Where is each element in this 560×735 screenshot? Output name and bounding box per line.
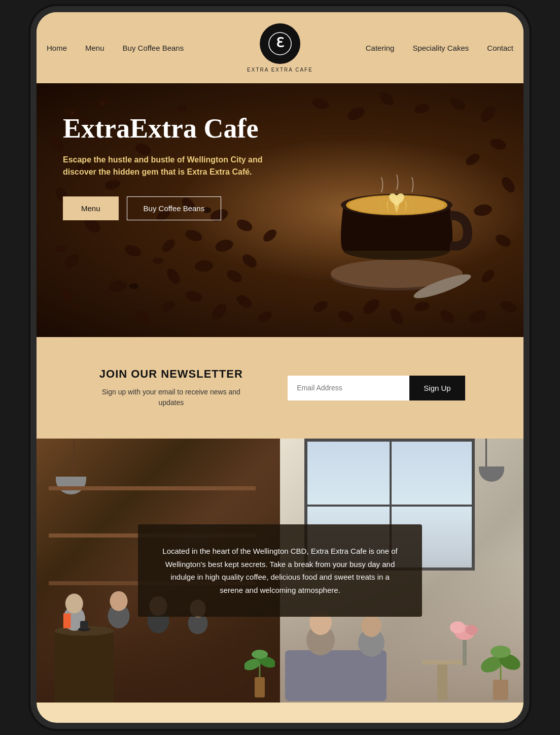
svg-point-47: [464, 151, 482, 168]
menu-button[interactable]: Menu: [63, 196, 119, 220]
svg-point-31: [160, 237, 177, 254]
svg-point-59: [312, 299, 330, 315]
nav-contact[interactable]: Contact: [487, 44, 513, 52]
svg-point-58: [336, 309, 355, 325]
hero-title: ExtraExtra Cafe: [63, 114, 276, 144]
nav-right: Catering Speciality Cakes Contact: [366, 44, 513, 52]
svg-point-34: [240, 252, 259, 270]
svg-rect-92: [493, 680, 508, 700]
svg-point-96: [491, 646, 511, 658]
signup-button[interactable]: Sign Up: [409, 376, 465, 400]
svg-point-24: [184, 289, 203, 304]
svg-point-42: [377, 89, 396, 108]
newsletter-title: JOIN OUR NEWSLETTER: [95, 368, 247, 381]
lamp-shade-left: [56, 477, 86, 494]
svg-rect-81: [285, 650, 387, 701]
newsletter-left: JOIN OUR NEWSLETTER Sign up with your em…: [95, 368, 247, 408]
svg-point-33: [214, 238, 234, 254]
logo[interactable]: Ɛ EXTRA EXTRA CAFE: [247, 23, 313, 73]
svg-text:Ɛ: Ɛ: [276, 36, 284, 50]
svg-point-85: [466, 625, 478, 635]
svg-point-52: [499, 299, 518, 314]
lamp-cord-left: [73, 439, 75, 479]
svg-point-43: [413, 102, 431, 115]
svg-rect-67: [63, 614, 71, 628]
svg-point-28: [164, 266, 183, 286]
svg-point-21: [108, 279, 127, 293]
hero-buttons: Menu Buy Coffee Beans: [63, 196, 276, 220]
svg-point-22: [134, 308, 153, 326]
logo-circle: Ɛ: [260, 23, 300, 64]
buy-coffee-beans-button[interactable]: Buy Coffee Beans: [127, 196, 222, 220]
svg-point-23: [160, 299, 178, 315]
svg-point-51: [479, 268, 497, 285]
svg-point-84: [450, 621, 465, 633]
newsletter-description: Sign up with your email to receive news …: [95, 387, 247, 408]
svg-point-54: [438, 308, 457, 326]
svg-point-69: [110, 591, 127, 611]
svg-point-39: [261, 227, 279, 244]
svg-rect-90: [422, 660, 463, 664]
svg-rect-76: [255, 677, 265, 697]
nav-home[interactable]: Home: [47, 44, 67, 52]
svg-point-32: [184, 228, 204, 243]
newsletter-section: JOIN OUR NEWSLETTER Sign up with your em…: [37, 337, 523, 439]
svg-point-27: [256, 310, 274, 324]
svg-point-44: [447, 94, 467, 113]
svg-point-50: [494, 232, 513, 249]
svg-point-55: [413, 300, 431, 313]
svg-point-29: [194, 259, 214, 272]
svg-point-30: [225, 268, 244, 284]
svg-point-45: [478, 103, 498, 124]
about-overlay: Located in the heart of the Wellington C…: [138, 524, 422, 617]
lamp-shade-right: [479, 466, 504, 482]
svg-point-40: [311, 96, 330, 111]
device-frame: Home Menu Buy Coffee Beans Ɛ EXTRA EXTRA…: [37, 12, 523, 723]
svg-point-53: [467, 308, 488, 325]
svg-point-19: [123, 243, 143, 258]
svg-point-46: [489, 137, 508, 152]
svg-rect-91: [437, 664, 447, 700]
svg-point-41: [345, 104, 367, 123]
shelf-1: [49, 486, 256, 490]
nav-speciality-cakes[interactable]: Speciality Cakes: [412, 44, 469, 52]
nav-catering[interactable]: Catering: [366, 44, 395, 52]
navbar: Home Menu Buy Coffee Beans Ɛ EXTRA EXTRA…: [37, 12, 523, 83]
svg-point-80: [252, 650, 268, 659]
svg-rect-63: [54, 633, 114, 703]
hero-subtitle: Escape the hustle and bustle of Wellingt…: [63, 154, 276, 178]
svg-point-26: [235, 293, 254, 311]
lamp-cord-right: [485, 439, 487, 469]
svg-point-20: [60, 288, 74, 305]
window-frame-horizontal: [307, 505, 472, 507]
logo-text: EXTRA EXTRA CAFE: [247, 67, 313, 73]
svg-point-66: [65, 594, 83, 614]
svg-point-48: [499, 175, 517, 194]
nav-left: Home Menu Buy Coffee Beans: [47, 44, 184, 52]
hero-content: ExtraExtra Cafe Escape the hustle and bu…: [63, 114, 276, 220]
hero-section: ExtraExtra Cafe Escape the hustle and bu…: [37, 83, 523, 337]
about-section: Located in the heart of the Wellington C…: [37, 439, 523, 703]
nav-menu[interactable]: Menu: [85, 44, 104, 52]
svg-point-18: [62, 252, 81, 270]
nav-buy-coffee-beans[interactable]: Buy Coffee Beans: [123, 44, 184, 52]
email-input[interactable]: [288, 376, 409, 400]
svg-rect-75: [80, 621, 88, 629]
svg-point-25: [209, 301, 229, 322]
about-text: Located in the heart of the Wellington C…: [160, 545, 400, 596]
svg-point-57: [361, 296, 382, 317]
svg-point-89: [361, 615, 381, 637]
newsletter-form: Sign Up: [288, 376, 465, 400]
svg-point-56: [388, 307, 406, 326]
svg-point-49: [473, 203, 493, 217]
